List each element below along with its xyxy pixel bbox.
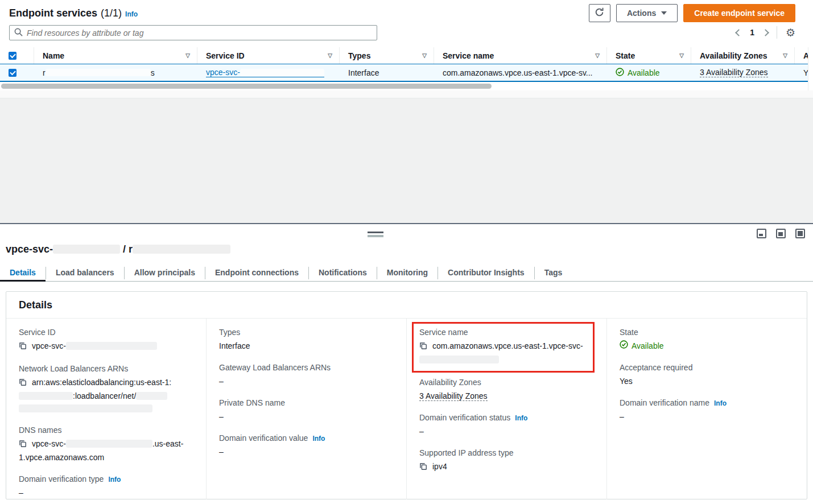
panel-layout-controls xyxy=(757,229,805,238)
refresh-button[interactable] xyxy=(589,4,610,22)
field-acceptance-required: Acceptance required Yes xyxy=(620,363,797,387)
column-header-acceptance-clipped[interactable]: A xyxy=(795,47,808,64)
field-private-dns-name: Private DNS name – xyxy=(219,398,396,423)
table-header-row: Name ▽ Service ID ▽ Types ▽ Service name… xyxy=(0,47,808,64)
field-service-id: Service ID vpce-svc- xyxy=(19,328,196,353)
details-card-body: Service ID vpce-svc- Network Load Balanc… xyxy=(6,319,807,499)
refresh-icon xyxy=(595,7,604,19)
endpoint-services-table: Name ▽ Service ID ▽ Types ▽ Service name… xyxy=(0,47,808,82)
column-header-name[interactable]: Name ▽ xyxy=(34,47,197,64)
state-text: Available xyxy=(632,340,664,352)
actions-button-label: Actions xyxy=(627,9,656,18)
field-state: State Available xyxy=(620,328,797,352)
available-check-icon xyxy=(616,68,624,78)
copy-icon[interactable] xyxy=(419,463,427,472)
availability-zones-popover-link[interactable]: 3 Availability Zones xyxy=(700,68,768,77)
create-endpoint-service-button[interactable]: Create endpoint service xyxy=(683,4,795,22)
header-info-link[interactable]: Info xyxy=(125,10,138,18)
redacted-value xyxy=(136,392,167,400)
panel-size-large-icon[interactable] xyxy=(795,229,805,238)
sort-icon[interactable]: ▽ xyxy=(679,52,684,59)
redacted-name xyxy=(46,69,151,76)
details-card-heading: Details xyxy=(6,292,807,319)
panel-size-small-icon[interactable] xyxy=(757,229,766,238)
resource-count: (1/1) xyxy=(101,7,122,19)
redacted-value xyxy=(66,440,152,448)
field-domain-verification-status: Domain verification statusInfo – xyxy=(419,413,596,437)
tab-contributor-insights[interactable]: Contributor Insights xyxy=(438,265,534,282)
table-section: Endpoint services (1/1) Info Actions Cre… xyxy=(0,0,813,223)
tab-details[interactable]: Details xyxy=(0,265,46,282)
row-select-cell xyxy=(0,64,34,81)
next-page-button[interactable] xyxy=(762,29,769,36)
select-all-checkbox[interactable] xyxy=(9,52,16,60)
row-state-cell: Available xyxy=(607,64,691,81)
tab-allow-principals[interactable]: Allow principals xyxy=(125,265,205,282)
actions-button[interactable]: Actions xyxy=(616,4,678,22)
copy-icon[interactable] xyxy=(19,342,27,352)
column-header-service-id[interactable]: Service ID ▽ xyxy=(197,47,340,64)
tab-tags[interactable]: Tags xyxy=(535,265,572,282)
page-title-text: Endpoint services xyxy=(9,7,97,19)
info-link[interactable]: Info xyxy=(515,414,527,422)
column-header-availability-zones[interactable]: Availability Zones ▽ xyxy=(691,47,795,64)
sort-icon[interactable]: ▽ xyxy=(328,52,332,59)
availability-zones-popover-link[interactable]: 3 Availability Zones xyxy=(419,391,488,401)
table-footer-strip xyxy=(0,90,813,98)
tab-monitoring[interactable]: Monitoring xyxy=(377,265,438,282)
scrollbar-thumb[interactable] xyxy=(1,84,492,89)
redacted-value xyxy=(419,356,499,363)
current-page[interactable]: 1 xyxy=(750,28,754,37)
tab-load-balancers[interactable]: Load balancers xyxy=(46,265,124,282)
tab-notifications[interactable]: Notifications xyxy=(309,265,377,282)
column-header-state[interactable]: State ▽ xyxy=(607,47,691,64)
detail-split-panel: vpce-svc- / r Details Load balancers All… xyxy=(0,224,813,504)
details-column-1: Service ID vpce-svc- Network Load Balanc… xyxy=(6,319,206,499)
row-name-cell: rs xyxy=(34,64,197,81)
split-panel-drag-handle[interactable] xyxy=(368,232,383,237)
row-checkbox[interactable] xyxy=(9,69,16,77)
sort-icon[interactable]: ▽ xyxy=(595,52,600,59)
field-supported-ip-address-type: Supported IP address type ipv4 xyxy=(419,448,596,474)
redacted-panel-service-id xyxy=(53,245,120,254)
sort-icon[interactable]: ▽ xyxy=(422,52,427,59)
search-box[interactable] xyxy=(9,25,377,40)
empty-background xyxy=(0,98,813,223)
pagination: 1 ⚙ xyxy=(736,26,795,39)
column-header-types[interactable]: Types ▽ xyxy=(340,47,434,64)
details-column-3: Service name com.amazonaws.vpce.us-east-… xyxy=(406,319,606,499)
redacted-panel-service-name xyxy=(133,245,230,254)
info-link[interactable]: Info xyxy=(312,435,325,443)
field-domain-verification-value: Domain verification valueInfo – xyxy=(219,433,396,458)
copy-icon[interactable] xyxy=(19,379,27,388)
info-link[interactable]: Info xyxy=(108,476,121,484)
info-link[interactable]: Info xyxy=(714,399,727,407)
redacted-service-id xyxy=(240,69,324,76)
available-check-icon xyxy=(620,340,628,352)
prev-page-button[interactable] xyxy=(735,29,742,36)
details-column-4: State Available Acceptance required xyxy=(606,319,807,499)
horizontal-scrollbar[interactable] xyxy=(0,84,808,89)
column-header-service-name[interactable]: Service name ▽ xyxy=(434,47,607,64)
details-card: Details Service ID vpce-svc- Network Loa… xyxy=(6,291,807,499)
tab-endpoint-connections[interactable]: Endpoint connections xyxy=(205,265,308,282)
service-id-link[interactable]: vpce-svc- xyxy=(206,68,324,77)
settings-gear-icon[interactable]: ⚙ xyxy=(786,27,795,38)
select-all-cell xyxy=(0,47,34,64)
copy-icon[interactable] xyxy=(419,342,427,352)
details-column-2: Types Interface Gateway Load Balancers A… xyxy=(206,319,406,499)
redacted-value xyxy=(66,342,157,350)
search-input[interactable] xyxy=(27,28,372,38)
field-gwlb-arns: Gateway Load Balancers ARNs – xyxy=(219,363,396,387)
table-row[interactable]: rs vpce-svc- Interface com.amazonaws.vpc… xyxy=(0,64,808,82)
panel-tabs: Details Load balancers Allow principals … xyxy=(0,265,813,282)
page-title: Endpoint services (1/1) Info xyxy=(9,7,138,19)
panel-size-medium-icon[interactable] xyxy=(776,229,786,238)
table-right-gutter xyxy=(808,47,813,92)
sort-icon[interactable]: ▽ xyxy=(783,52,787,59)
sort-icon[interactable]: ▽ xyxy=(185,52,190,59)
field-domain-verification-name: Domain verification nameInfo – xyxy=(620,398,797,423)
state-text: Available xyxy=(628,68,660,77)
redacted-value xyxy=(19,404,152,412)
copy-icon[interactable] xyxy=(19,440,27,449)
